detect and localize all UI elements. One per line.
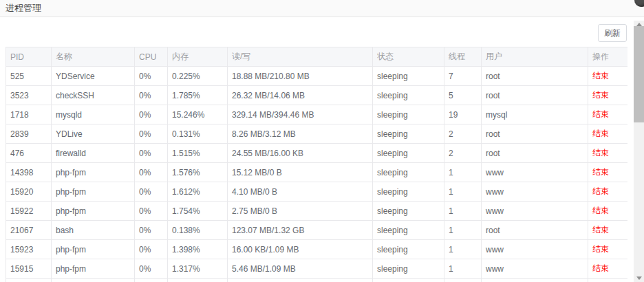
column-header-rw: 读/写: [228, 47, 373, 67]
cell-empty: [482, 279, 588, 282]
cell-mem: 15.246%: [168, 105, 228, 124]
cell-threads: 1: [444, 259, 482, 279]
cell-pid: 15922: [6, 202, 52, 221]
cell-mem: 0.138%: [168, 221, 228, 240]
column-header-name: 名称: [52, 47, 135, 67]
cell-pid: 476: [6, 144, 52, 163]
end-process-link[interactable]: 结束: [592, 148, 609, 158]
cell-status: sleeping: [373, 105, 444, 124]
cell-threads: 1: [444, 240, 482, 259]
cell-status: sleeping: [373, 240, 444, 259]
cell-mem: 0.131%: [168, 124, 228, 144]
process-manager-page: 进程管理 刷新 PID名称CPU内存读/写状态线程用户操作 525YDServi…: [0, 0, 644, 282]
cell-empty: [52, 279, 135, 282]
table-row: 15920php-fpm0%1.612%4.10 MB/0 Bsleeping1…: [6, 182, 628, 202]
cell-empty: [373, 279, 444, 282]
cell-pid: 1718: [6, 105, 52, 124]
cell-mem: 1.317%: [168, 259, 228, 279]
cell-cpu: 0%: [135, 221, 168, 240]
scroll-down-icon[interactable]: [634, 274, 644, 282]
cell-status: sleeping: [373, 221, 444, 240]
cell-mem: 1.515%: [168, 144, 228, 163]
end-process-link[interactable]: 结束: [592, 186, 609, 196]
cell-rw: 15.12 MB/0 B: [228, 163, 373, 182]
end-process-link[interactable]: 结束: [592, 206, 609, 215]
cell-threads: 7: [444, 67, 482, 86]
cell-rw: 329.14 MB/394.46 MB: [228, 105, 373, 124]
cell-cpu: 0%: [135, 202, 168, 221]
end-process-link[interactable]: 结束: [592, 71, 609, 80]
cell-threads: 19: [444, 105, 482, 124]
cell-status: sleeping: [373, 259, 444, 279]
cell-rw: 5.46 MB/1.09 MB: [228, 259, 373, 279]
cell-user: root: [482, 86, 588, 105]
cell-name: firewalld: [52, 144, 135, 163]
cell-action: 结束: [588, 221, 628, 240]
cell-name: php-fpm: [52, 240, 135, 259]
cell-mem: 0.225%: [168, 67, 228, 86]
end-process-link[interactable]: 结束: [592, 109, 609, 119]
cell-user: www: [482, 163, 588, 182]
table-row: 3523checkSSH0%1.785%26.32 MB/14.06 MBsle…: [6, 86, 628, 105]
vertical-scrollbar[interactable]: [634, 21, 644, 282]
scrollbar-thumb[interactable]: [634, 26, 644, 122]
cell-name: php-fpm: [52, 163, 135, 182]
title-bar: 进程管理: [0, 0, 644, 17]
cell-empty: [168, 279, 228, 282]
end-process-link[interactable]: 结束: [592, 167, 609, 177]
cell-user: www: [482, 202, 588, 221]
cell-mem: 1.612%: [168, 182, 228, 202]
cell-pid: 15920: [6, 182, 52, 202]
cell-pid: 525: [6, 67, 52, 86]
cell-threads: 5: [444, 86, 482, 105]
cell-user: root: [482, 67, 588, 86]
table-row-partial: [6, 279, 628, 282]
cell-rw: 16.00 KB/1.09 MB: [228, 240, 373, 259]
column-header-threads: 线程: [444, 47, 482, 67]
end-process-link[interactable]: 结束: [592, 244, 609, 254]
cell-empty: [228, 279, 373, 282]
cell-rw: 4.10 MB/0 B: [228, 182, 373, 202]
table-row: 525YDService0%0.225%18.88 MB/210.80 MBsl…: [6, 67, 628, 86]
table-row: 15915php-fpm0%1.317%5.46 MB/1.09 MBsleep…: [6, 259, 628, 279]
column-header-pid: PID: [6, 47, 52, 67]
cell-threads: 1: [444, 163, 482, 182]
cell-rw: 26.32 MB/14.06 MB: [228, 86, 373, 105]
cell-status: sleeping: [373, 124, 444, 144]
table-header-row: PID名称CPU内存读/写状态线程用户操作: [6, 47, 628, 67]
cell-empty: [6, 279, 52, 282]
cell-empty: [444, 279, 482, 282]
cell-name: checkSSH: [52, 86, 135, 105]
cell-action: 结束: [588, 163, 628, 182]
table-row: 21067bash0%0.138%123.07 MB/1.32 GBsleepi…: [6, 221, 628, 240]
cell-user: root: [482, 124, 588, 144]
cell-threads: 2: [444, 124, 482, 144]
cell-name: php-fpm: [52, 202, 135, 221]
end-process-link[interactable]: 结束: [592, 90, 609, 100]
page-title: 进程管理: [6, 0, 41, 17]
cell-name: php-fpm: [52, 259, 135, 279]
cell-cpu: 0%: [135, 105, 168, 124]
cell-user: www: [482, 182, 588, 202]
cell-user: www: [482, 240, 588, 259]
cell-threads: 1: [444, 221, 482, 240]
table-body: 525YDService0%0.225%18.88 MB/210.80 MBsl…: [6, 67, 628, 282]
cell-rw: 18.88 MB/210.80 MB: [228, 67, 373, 86]
cell-threads: 2: [444, 144, 482, 163]
table-row: 15922php-fpm0%1.754%2.75 MB/0 Bsleeping1…: [6, 202, 628, 221]
end-process-link[interactable]: 结束: [592, 225, 609, 235]
cell-cpu: 0%: [135, 67, 168, 86]
cell-action: 结束: [588, 67, 628, 86]
cell-action: 结束: [588, 144, 628, 163]
cell-rw: 2.75 MB/0 B: [228, 202, 373, 221]
cell-status: sleeping: [373, 67, 444, 86]
end-process-link[interactable]: 结束: [592, 129, 609, 138]
table-row: 476firewalld0%1.515%24.55 MB/16.00 KBsle…: [6, 144, 628, 163]
end-process-link[interactable]: 结束: [592, 263, 609, 273]
cell-cpu: 0%: [135, 124, 168, 144]
cell-user: root: [482, 144, 588, 163]
refresh-button[interactable]: 刷新: [598, 24, 627, 42]
cell-mem: 1.754%: [168, 202, 228, 221]
cell-name: php-fpm: [52, 182, 135, 202]
cell-cpu: 0%: [135, 240, 168, 259]
